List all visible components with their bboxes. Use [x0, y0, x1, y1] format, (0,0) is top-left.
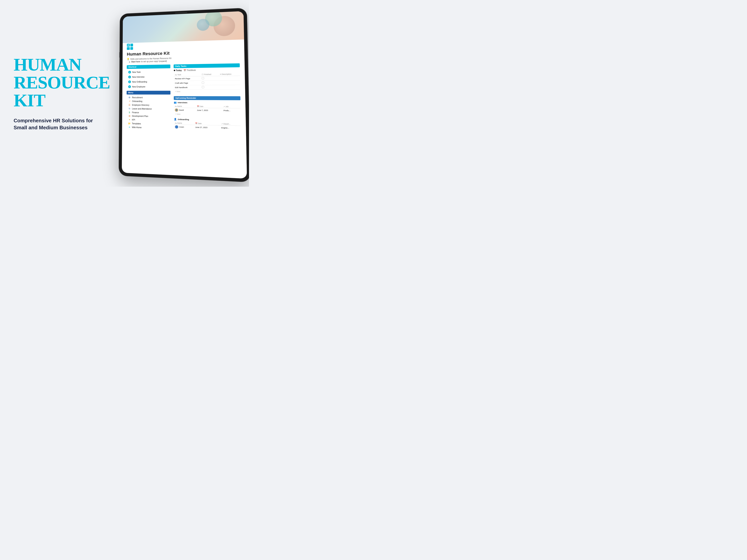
checkbox-3[interactable]	[202, 86, 204, 88]
col-task: Aa Task	[174, 73, 201, 76]
logo-grid	[127, 44, 133, 50]
menu-header: Menu	[127, 91, 171, 95]
col-name: Aa Name	[174, 105, 196, 108]
menu-item-onboarding[interactable]: ↗ Onboarding	[127, 99, 171, 103]
two-column-layout: Shortcut + New Task + New Interview + Ne…	[126, 63, 241, 133]
shortcut-header: Shortcut	[127, 64, 171, 69]
interviews-subsection: 👥 Interviews Aa Name	[174, 101, 241, 117]
table-row: Craft wiki Page	[174, 80, 240, 85]
recruitment-icon: ⚙	[128, 96, 131, 99]
table-row: Review KPI Page	[174, 76, 240, 81]
menu-item-employee-directory[interactable]: ☰ Employee Directory	[127, 103, 171, 107]
finance-icon: $	[128, 111, 131, 113]
left-panel: HUMAN RESOURCE KIT Comprehensive HR Solu…	[0, 0, 124, 187]
avatar-arsen: 👤	[175, 125, 178, 129]
shortcut-new-interview[interactable]: + New Interview	[127, 75, 171, 79]
shortcut-employee-label: New Employee	[132, 85, 145, 88]
shortcut-new-onboarding[interactable]: + New OnBoarding	[127, 79, 171, 84]
menu-item-leave-attendance[interactable]: ↻ Leave and Attendance	[127, 107, 171, 111]
notion-content: Human Resource Kit 💡 Hello and welcome t…	[122, 39, 246, 136]
tab-today[interactable]: ✺ Today	[174, 69, 182, 72]
thisweek-icon: 📅	[183, 69, 186, 71]
main-title: HUMAN RESOURCE KIT	[14, 56, 110, 109]
arrow-icon: ▶	[129, 61, 131, 63]
bulb-icon: 💡	[127, 58, 130, 60]
logo-cell-plus	[127, 44, 130, 47]
tablet-camera	[121, 93, 122, 94]
employee-dir-icon: ☰	[128, 104, 131, 106]
tablet-screen: Human Resource Kit 💡 Hello and welcome t…	[122, 11, 247, 179]
right-panel: Human Resource Kit 💡 Hello and welcome t…	[124, 0, 249, 187]
avatar-cell-arsen: 👤 Arsen	[175, 125, 193, 129]
tablet-device: Human Resource Kit 💡 Hello and welcome t…	[119, 8, 249, 182]
task-tabs: ✺ Today 📅 ThisWeek	[174, 69, 240, 72]
banner-orb-blue	[197, 19, 209, 31]
leave-icon: ↻	[128, 107, 131, 110]
onboarding-icon: ↗	[128, 100, 131, 103]
reminder-section: UpComing Reminder 👥 Interviews	[174, 96, 241, 131]
menu-item-recruitment[interactable]: ⚙ Recruitment	[127, 96, 171, 100]
plus-icon-employee: +	[128, 85, 131, 88]
left-col: Shortcut + New Task + New Interview + Ne…	[126, 64, 171, 131]
avatar-cell: 👤 David	[175, 108, 195, 112]
col-description: ≡ Description	[218, 72, 240, 76]
shortcut-interview-label: New Interview	[132, 76, 144, 78]
plus-icon-interview: +	[128, 76, 131, 78]
avatar-david: 👤	[175, 108, 178, 112]
shortcut-task-label: New Task	[132, 71, 140, 73]
menu-item-wiki-home[interactable]: ✳ Wiki-Home	[126, 126, 171, 130]
dev-plan-icon: ⊞	[128, 115, 131, 117]
task-table: Aa Task ☐ Finished ≡ Description	[174, 72, 240, 90]
interviews-table: Aa Name 📅 Date ↗ Job	[174, 105, 241, 113]
logo-cell-2	[127, 47, 130, 50]
header-banner	[123, 11, 244, 43]
reminder-header: UpComing Reminder	[174, 96, 240, 100]
add-new-interview[interactable]: + New	[174, 112, 241, 117]
interviews-label: 👥 Interviews	[174, 101, 241, 104]
menu-section: Menu ⚙ Recruitment ↗ Onboarding ☰	[126, 91, 171, 130]
table-row: 👤 Arsen June 27, 2023 Engine...	[174, 125, 241, 131]
plus-icon-task: +	[128, 71, 131, 74]
checkbox-2[interactable]	[202, 81, 204, 84]
tablet-side-button	[120, 52, 120, 58]
shortcut-new-employee[interactable]: + New Employee	[127, 84, 171, 89]
plus-icon-onboarding: +	[128, 80, 131, 83]
kpi-icon: ✦	[128, 118, 131, 121]
add-new-task[interactable]: + New	[174, 90, 240, 93]
onboarding-subsection: 👤 Onboarding Aa Name	[174, 118, 241, 131]
col-finished: ☐ Finished	[201, 73, 218, 76]
today-icon: ✺	[174, 70, 175, 72]
interviews-icon: 👥	[174, 101, 177, 104]
shortcut-onboarding-label: New OnBoarding	[132, 81, 147, 83]
page-title: Human Resource Kit	[127, 49, 240, 57]
onboarding-reminder-icon: 👤	[174, 118, 177, 121]
daily-tasks-header: Daily Tasks	[174, 63, 240, 68]
logo-cell-1	[130, 44, 133, 47]
right-col: Daily Tasks ✺ Today 📅 ThisWeek	[174, 63, 241, 133]
col-job: ↗ Job	[222, 105, 241, 108]
onboarding-table: Aa Name 📅 Date ↗ Depart...	[174, 122, 241, 131]
logo-cell-3	[130, 47, 133, 50]
templates-icon: 📁	[128, 122, 131, 125]
tab-thisweek[interactable]: 📅 ThisWeek	[183, 69, 196, 71]
table-row: Edit handbook	[174, 85, 240, 90]
tablet-top-bar	[175, 12, 187, 14]
shortcut-new-task[interactable]: + New Task	[127, 70, 171, 74]
checkbox-1[interactable]	[202, 77, 204, 79]
subtitle: Comprehensive HR Solutions for Small and…	[14, 117, 95, 131]
col-date: 📅 Date	[196, 105, 223, 108]
wiki-icon: ✳	[128, 126, 131, 129]
onboarding-reminder-label: 👤 Onboarding	[174, 118, 241, 122]
